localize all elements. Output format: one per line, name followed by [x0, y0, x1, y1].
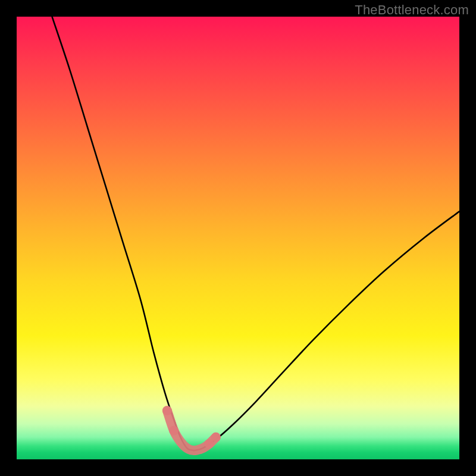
- left-curve: [52, 17, 194, 450]
- chart-plot-area: [17, 17, 459, 459]
- valley-dot: [169, 426, 178, 436]
- valley-dot: [162, 406, 172, 415]
- watermark-text: TheBottleneck.com: [355, 2, 469, 18]
- chart-svg: [17, 17, 459, 459]
- right-curve: [194, 211, 459, 450]
- valley-dot: [205, 439, 214, 449]
- valley-marker-dots: [162, 406, 221, 449]
